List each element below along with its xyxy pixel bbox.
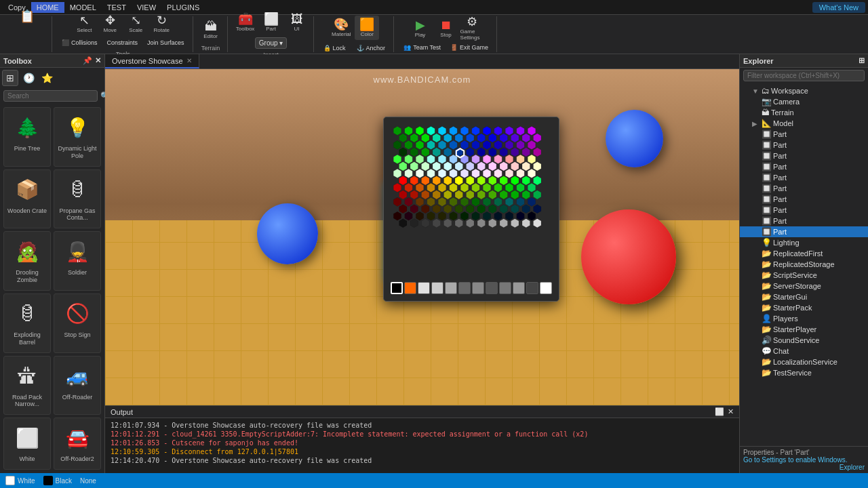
terrain-group: 🏔 Editor Terrain <box>195 16 228 52</box>
move-button[interactable]: ✥ Move <box>98 12 122 36</box>
toolbox-tab-favorites[interactable]: ⭐ <box>39 70 55 86</box>
tree-item-5[interactable]: 🔲Part <box>740 140 868 150</box>
tree-item-16[interactable]: 📂ReplicatedStorage <box>740 259 868 270</box>
swatch-light-gray[interactable] <box>418 282 430 294</box>
tree-item-21[interactable]: 👤Players <box>740 313 868 324</box>
toolbox-item-3[interactable]: 🛢Propane Gas Conta... <box>54 169 101 229</box>
select-button[interactable]: ↖ Select <box>72 12 96 36</box>
tree-item-23[interactable]: 🔊SoundService <box>740 335 868 346</box>
tree-item-18[interactable]: 📂ServerStorage <box>740 281 868 291</box>
join-surfaces-button[interactable]: Join Surfaces <box>143 37 189 48</box>
swatch-black[interactable] <box>391 282 403 294</box>
scale-button[interactable]: ⤡ Scale <box>123 12 148 36</box>
transform-group: ↖ Select ✥ Move ⤡ Scale ↻ Rotate ⬛ Colli… <box>54 16 193 52</box>
tree-item-15[interactable]: 📂ReplicatedFirst <box>740 248 868 259</box>
tree-item-7[interactable]: 🔲Part <box>740 161 868 172</box>
output-minimize-icon[interactable]: ⬜ <box>715 407 724 416</box>
toolbox-item-10[interactable]: ⬜White <box>3 418 51 470</box>
tree-item-0[interactable]: ▼🗂Workspace <box>740 85 868 96</box>
team-test-button[interactable]: 👥 Team Test <box>399 42 445 53</box>
toolbox-item-0[interactable]: 🌲Pine Tree <box>3 107 51 167</box>
lock-button[interactable]: 🔒 Lock <box>319 43 350 54</box>
constraints-button[interactable]: Constraints <box>103 37 142 48</box>
output-line-0: 12:01:07.934 - Overstone Showcase auto-r… <box>111 421 734 430</box>
output-close-icon[interactable]: ✕ <box>728 407 734 416</box>
tool-label-5: Soldier <box>68 269 87 277</box>
tree-item-20[interactable]: 📂StarterPack <box>740 302 868 313</box>
view-tab-overstone[interactable]: Overstone Showcase ✕ <box>105 54 199 68</box>
swatch-dark-gray[interactable] <box>458 282 471 294</box>
group-dropdown[interactable]: Group ▾ <box>255 37 288 49</box>
tree-item-3[interactable]: ▶📐Model <box>740 118 868 129</box>
terrain-editor-button[interactable]: 🏔 Editor <box>199 18 223 42</box>
toolbox-button[interactable]: 🧰 Toolbox <box>233 10 258 35</box>
toolbox-item-7[interactable]: 🚫Stop Sign <box>54 293 101 353</box>
material-button[interactable]: 🎨 Material <box>329 16 353 40</box>
swatch-gray2[interactable] <box>472 282 484 294</box>
stop-button[interactable]: ⏹ Stop <box>434 16 458 41</box>
tree-item-12[interactable]: 🔲Part <box>740 216 868 226</box>
explorer-search-input[interactable] <box>743 70 865 81</box>
whats-new-button[interactable]: What's New <box>812 2 865 13</box>
tree-item-10[interactable]: 🔲Part <box>740 194 868 205</box>
toolbox-close-icon[interactable]: ✕ <box>95 56 101 65</box>
tree-item-24[interactable]: 💬Chat <box>740 346 868 357</box>
tree-item-26[interactable]: 📂TestService <box>740 367 868 378</box>
color-picker-panel[interactable] <box>383 117 559 302</box>
swatch-gray3[interactable] <box>499 282 511 294</box>
anchor-button[interactable]: ⚓ Anchor <box>353 43 390 54</box>
game-settings-button[interactable]: ⚙ Game Settings <box>460 16 484 41</box>
tree-item-1[interactable]: 📷Camera <box>740 96 868 107</box>
swatch-mid-gray[interactable] <box>445 282 457 294</box>
rotate-button[interactable]: ↻ Rotate <box>149 12 174 36</box>
tree-item-19[interactable]: 📂StarterGui <box>740 291 868 302</box>
swatch-orange[interactable] <box>404 282 416 294</box>
toolbox-item-1[interactable]: 💡Dynamic Light Pole <box>54 107 101 167</box>
explorer-grid-icon[interactable]: ⊞ <box>859 56 865 65</box>
search-input[interactable] <box>3 90 98 102</box>
duplicate-button[interactable] <box>7 30 47 55</box>
toolbox-tab-recent[interactable]: 🕐 <box>20 70 37 86</box>
swatch-gray[interactable] <box>431 282 443 294</box>
toolbox-item-2[interactable]: 📦Wooden Crate <box>3 169 51 229</box>
view-tab-close[interactable]: ✕ <box>186 57 192 64</box>
toolbox-pin-icon[interactable]: 📌 <box>83 56 92 65</box>
toolbox-tab-grid[interactable]: ⊞ <box>2 70 18 86</box>
tree-item-14[interactable]: 💡Lighting <box>740 237 868 248</box>
ui-button[interactable]: 🖼 UI <box>285 10 309 35</box>
view-tabs: Overstone Showcase ✕ <box>105 54 739 69</box>
tree-item-4[interactable]: 🔲Part <box>740 129 868 140</box>
copy-button[interactable]: 📋 <box>15 5 39 29</box>
part-button[interactable]: ⬜ Part <box>259 10 283 35</box>
tree-item-6[interactable]: 🔲Part <box>740 150 868 161</box>
swatch-white[interactable] <box>540 282 552 294</box>
tree-item-11[interactable]: 🔲Part <box>740 205 868 216</box>
tree-item-9[interactable]: 🔲Part <box>740 183 868 194</box>
toolbox-item-5[interactable]: 💂Soldier <box>54 231 101 291</box>
tool-icon-2: 📦 <box>11 174 43 206</box>
properties-link[interactable]: Properties - Part 'Part'Go to Settings t… <box>740 446 868 473</box>
tree-item-13[interactable]: 🔲Part <box>740 226 868 237</box>
tree-item-8[interactable]: 🔲Part <box>740 172 868 183</box>
swatch-gray4[interactable] <box>513 282 525 294</box>
tree-item-2[interactable]: 🏔Terrain <box>740 107 868 118</box>
toolbox-item-11[interactable]: 🚘Off-Roader2 <box>54 418 101 470</box>
color-button[interactable]: 🟧 Color <box>355 16 379 40</box>
collisions-button[interactable]: ⬛ Collisions <box>58 37 102 48</box>
toolbox-item-4[interactable]: 🧟Drooling Zombie <box>3 231 51 291</box>
tool-label-2: Wooden Crate <box>7 207 47 215</box>
swatch-very-dark[interactable] <box>526 282 538 294</box>
toolbox-item-8[interactable]: 🛣Road Pack Narrow... <box>3 356 51 415</box>
toolbox-item-9[interactable]: 🚙Off-Roader <box>54 356 101 415</box>
exit-game-button[interactable]: 🚪 Exit Game <box>446 42 492 53</box>
play-button[interactable]: ▶ Play <box>408 16 433 41</box>
tree-item-22[interactable]: 📂StarterPlayer <box>740 324 868 335</box>
toolbox-item-6[interactable]: 🛢Exploding Barrel <box>3 293 51 353</box>
tree-item-17[interactable]: 📂ScriptService <box>740 270 868 281</box>
viewport[interactable]: www.BANDICAM.com <box>105 69 739 405</box>
tree-item-25[interactable]: 📂LocalizationService <box>740 357 868 367</box>
swatch-darker-gray[interactable] <box>486 282 498 294</box>
toolbox-title: Toolbox <box>3 57 32 65</box>
toolbox-grid: 🌲Pine Tree💡Dynamic Light Pole📦Wooden Cra… <box>0 104 104 473</box>
color-hex-grid[interactable] <box>391 124 547 277</box>
